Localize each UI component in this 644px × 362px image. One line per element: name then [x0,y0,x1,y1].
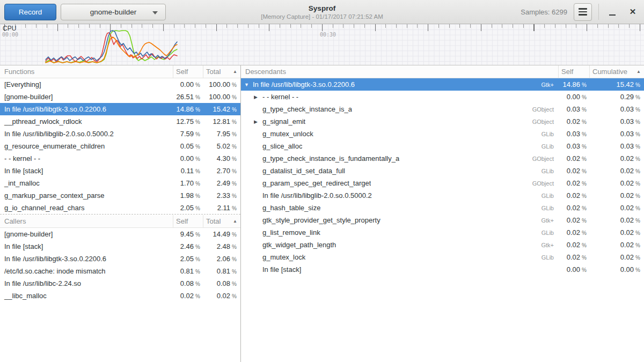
descendant-name-cell: g_mutex_unlock GLib [254,130,558,138]
caller-row[interactable]: /etc/ld.so.cache: inode mismatch 0.81% 0… [0,265,240,277]
function-name: g_markup_parse_context_parse [0,191,173,200]
function-row[interactable]: g_resource_enumerate_children 0.05% 5.02… [0,140,240,152]
self-value: 0.00% [173,154,203,162]
descendant-name-cell: In file [stack] [254,265,558,274]
descendant-name: g_type_check_instance_is_a [262,105,352,113]
function-row[interactable]: In file /usr/lib/libgtk-3.so.0.2200.6 14… [0,103,240,115]
descendant-row[interactable]: g_datalist_id_set_data_full GLib 0.02% 0… [241,165,644,177]
self-value: 0.02% [558,167,589,175]
descendant-row[interactable]: g_param_spec_get_redirect_target GObject… [241,177,644,189]
function-row[interactable]: In file /usr/lib/libglib-2.0.so.0.5000.2… [0,128,240,140]
descendant-name: g_datalist_id_set_data_full [262,167,345,175]
descendant-row[interactable]: ▶ g_signal_emit GObject 0.02% 0.03% [241,115,644,128]
total-value: 2.49% [203,179,240,187]
descendant-name-cell: ▶ g_signal_emit GObject [254,117,558,125]
function-row[interactable]: [Everything] 0.00% 100.00% [0,78,240,91]
descendant-name-cell: g_datalist_id_set_data_full GLib [254,167,558,175]
total-value: 7.95% [203,130,240,138]
self-column-header[interactable]: Self [558,65,589,78]
function-row[interactable]: __pthread_rwlock_rdlock 12.75% 12.81% [0,115,240,128]
library-tag: GObject [532,180,558,187]
descendant-row[interactable]: gtk_style_provider_get_style_property Gt… [241,214,644,226]
descendants-column-header[interactable]: Descendants [241,68,558,76]
expander-icon[interactable]: ▼ [244,82,253,87]
cumulative-value: 0.03% [589,130,644,138]
cumulative-value: 0.03% [589,142,644,150]
caller-row[interactable]: In file /usr/lib/libc-2.24.so 0.08% 0.08… [0,277,240,290]
descendant-name-cell: g_param_spec_get_redirect_target GObject [254,179,558,187]
descendant-row[interactable]: ▼ In file /usr/lib/libgtk-3.so.0.2200.6 … [241,78,644,91]
sort-ascending-icon: ▲ [636,69,641,74]
self-value: 0.02% [558,253,589,261]
function-row[interactable]: In file [stack] 0.11% 2.70% [0,165,240,177]
descendant-name: g_signal_emit [262,117,305,125]
descendant-row[interactable]: g_type_check_instance_is_a GObject 0.03%… [241,103,644,115]
descendant-row[interactable]: g_mutex_lock GLib 0.02% 0.02% [241,251,644,263]
total-column-header[interactable]: Total ▲ [203,215,240,227]
total-value: 100.00% [203,93,240,101]
function-row[interactable]: [gnome-builder] 26.51% 100.00% [0,91,240,103]
function-name: [gnome-builder] [0,93,173,101]
caller-row[interactable]: __libc_malloc 0.02% 0.02% [0,290,240,302]
function-row[interactable]: g_markup_parse_context_parse 1.98% 2.33% [0,189,240,202]
expander-icon[interactable]: ▶ [254,94,262,100]
descendant-name: gtk_style_provider_get_style_property [262,216,380,224]
expander-icon[interactable]: ▶ [254,119,262,124]
descendant-name-cell: ▼ In file /usr/lib/libgtk-3.so.0.2200.6 … [244,80,558,88]
descendant-row[interactable]: g_hash_table_size GLib 0.02% 0.02% [241,202,644,214]
function-row[interactable]: - - kernel - - 0.00% 4.30% [0,152,240,165]
self-value: 0.02% [558,204,589,212]
close-button[interactable]: ✕ [626,5,640,19]
descendant-row[interactable]: In file /usr/lib/libglib-2.0.so.0.5000.2… [241,189,644,202]
function-row[interactable]: g_io_channel_read_chars 2.05% 2.11% [0,202,240,214]
functions-column-header[interactable]: Functions [0,68,173,76]
target-selector-dropdown[interactable]: gnome-builder [61,4,166,20]
descendants-table-header: Descendants Self Cumulative ▲ [241,65,644,78]
self-column-header[interactable]: Self [173,215,203,227]
descendant-name: In file [stack] [262,265,301,274]
descendants-rows: ▼ In file /usr/lib/libgtk-3.so.0.2200.6 … [241,78,644,276]
descendant-row[interactable]: g_list_remove_link GLib 0.02% 0.02% [241,226,644,239]
menu-button[interactable] [574,3,592,21]
descendant-row[interactable]: ▶ - - kernel - - 0.00% 0.29% [241,91,644,103]
self-value: 0.00% [558,93,589,101]
callers-column-header[interactable]: Callers [0,217,173,225]
total-column-header[interactable]: Total ▲ [203,65,240,78]
time-tick-mid: 00:30 [320,32,336,38]
cumulative-value: 0.02% [589,204,644,212]
app-title: Sysprof [309,4,335,12]
total-value: 2.06% [203,255,240,263]
descendant-row[interactable]: g_slice_alloc GLib 0.03% 0.03% [241,140,644,152]
descendant-name: g_list_remove_link [262,228,320,237]
descendant-name: g_hash_table_size [262,204,320,212]
descendant-row[interactable]: g_type_check_instance_is_fundamentally_a… [241,152,644,165]
descendant-name-cell: gtk_style_provider_get_style_property Gt… [254,216,558,224]
descendant-row[interactable]: gtk_widget_path_length Gtk+ 0.02% 0.02% [241,239,644,251]
function-row[interactable]: _int_malloc 1.70% 2.49% [0,177,240,189]
library-tag: GLib [541,254,558,261]
descendant-row[interactable]: g_mutex_unlock GLib 0.03% 0.03% [241,128,644,140]
self-value: 0.11% [173,167,203,175]
self-value: 7.59% [173,130,203,138]
self-column-header[interactable]: Self [173,65,203,78]
caller-row[interactable]: In file [stack] 2.46% 2.48% [0,240,240,253]
descendant-name-cell: g_list_remove_link GLib [254,228,558,237]
cumulative-column-header[interactable]: Cumulative ▲ [589,65,644,78]
sort-ascending-icon: ▲ [233,69,237,74]
record-button[interactable]: Record [4,4,56,20]
cumulative-value: 0.02% [589,228,644,237]
total-value: 2.11% [203,204,240,212]
library-tag: GLib [541,168,558,174]
descendant-name: g_slice_alloc [262,142,302,150]
self-value: 0.02% [558,216,589,224]
caller-row[interactable]: In file /usr/lib/libgtk-3.so.0.2200.6 2.… [0,253,240,265]
total-value: 0.08% [203,279,240,287]
descendant-row[interactable]: In file [stack] 0.00% 0.00% [241,263,644,276]
caller-row[interactable]: [gnome-builder] 9.45% 14.49% [0,228,240,240]
functions-rows: [Everything] 0.00% 100.00% [gnome-builde… [0,78,240,214]
cpu-timeline-graph[interactable]: CPU 00:00 00:30 [0,24,644,65]
self-value: 0.02% [558,179,589,187]
descendant-name-cell: g_hash_table_size GLib [254,204,558,212]
self-value: 0.08% [173,279,203,287]
minimize-button[interactable] [605,5,619,19]
